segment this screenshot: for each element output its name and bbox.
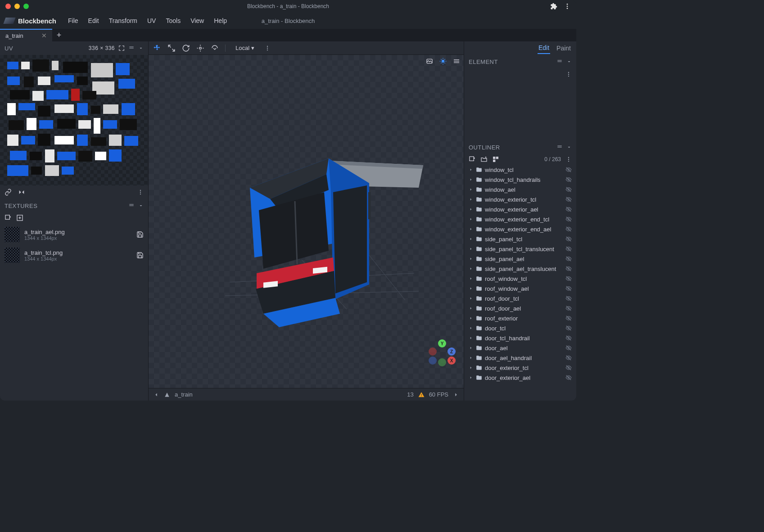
add-group-icon[interactable] <box>480 156 488 163</box>
visibility-icon[interactable] <box>565 216 572 222</box>
visibility-icon[interactable] <box>565 374 572 381</box>
texture-item[interactable]: a_train_tcl.png 1344 x 1344px <box>0 245 148 266</box>
save-icon[interactable] <box>136 252 144 259</box>
create-texture-icon[interactable] <box>16 214 23 222</box>
chevron-left-icon[interactable] <box>153 392 159 398</box>
visibility-icon[interactable] <box>565 256 572 262</box>
chevron-right-icon[interactable] <box>469 207 473 212</box>
menu-view[interactable]: View <box>186 15 208 27</box>
chevron-right-icon[interactable] <box>469 217 473 221</box>
chevron-right-icon[interactable] <box>469 227 473 231</box>
chevron-right-icon[interactable] <box>469 266 473 271</box>
chevron-down-icon[interactable] <box>138 203 144 208</box>
warning-icon[interactable] <box>418 392 425 398</box>
outliner-item[interactable]: window_exterior_end_tcl <box>464 214 576 224</box>
orientation-gizmo[interactable]: Y Z X <box>429 339 456 366</box>
chevron-right-icon[interactable] <box>469 306 473 311</box>
add-cube-icon[interactable] <box>469 156 476 163</box>
outliner-item[interactable]: side_panel_tcl_translucent <box>464 244 576 254</box>
transform-space-dropdown[interactable]: Local ▾ <box>232 44 258 52</box>
outliner-item[interactable]: window_ael <box>464 185 576 194</box>
uv-editor[interactable] <box>0 55 148 185</box>
chevron-right-icon[interactable] <box>469 296 473 301</box>
link-icon[interactable] <box>5 189 12 196</box>
visibility-icon[interactable] <box>565 345 572 351</box>
visibility-icon[interactable] <box>565 275 572 282</box>
visibility-icon[interactable] <box>565 295 572 302</box>
import-texture-icon[interactable] <box>5 214 12 222</box>
move-tool-icon[interactable] <box>153 44 161 52</box>
chevron-right-icon[interactable] <box>469 365 473 370</box>
mode-paint[interactable]: Paint <box>556 43 572 54</box>
app-logo[interactable]: Blockbench <box>5 17 56 25</box>
visibility-icon[interactable] <box>565 236 572 242</box>
overflow-icon[interactable] <box>565 156 572 162</box>
save-icon[interactable] <box>136 231 144 238</box>
screenshot-icon[interactable] <box>426 58 433 65</box>
mode-edit[interactable]: Edit <box>538 42 550 54</box>
document-tab[interactable]: a_train ✕ <box>0 29 52 41</box>
chevron-down-icon[interactable] <box>566 59 572 64</box>
pivot-tool-icon[interactable] <box>196 44 204 52</box>
visibility-icon[interactable] <box>565 167 572 173</box>
minimize-button[interactable] <box>14 4 20 9</box>
texture-item[interactable]: a_train_ael.png 1344 x 1344px <box>0 224 148 245</box>
chevron-down-icon[interactable] <box>138 45 144 51</box>
chevron-right-icon[interactable] <box>469 316 473 320</box>
chevron-right-icon[interactable] <box>469 356 473 360</box>
visibility-icon[interactable] <box>565 206 572 212</box>
outliner-item[interactable]: door_tcl_handrail <box>464 333 576 343</box>
menu-uv[interactable]: UV <box>143 15 160 27</box>
menu-overflow-icon[interactable] <box>564 3 571 10</box>
visibility-icon[interactable] <box>565 325 572 331</box>
outliner-item[interactable]: door_exterior_tcl <box>464 363 576 373</box>
outliner-item[interactable]: window_tcl_handrails <box>464 175 576 185</box>
shading-icon[interactable] <box>439 58 447 65</box>
chevron-right-icon[interactable] <box>469 247 473 251</box>
chevron-right-icon[interactable] <box>469 286 473 291</box>
outliner-item[interactable]: roof_window_ael <box>464 284 576 293</box>
visibility-icon[interactable] <box>565 196 572 203</box>
chevron-right-icon[interactable] <box>469 326 473 330</box>
visibility-icon[interactable] <box>565 186 572 193</box>
chevron-right-icon[interactable] <box>453 392 459 398</box>
visibility-icon[interactable] <box>565 315 572 321</box>
close-tab-icon[interactable]: ✕ <box>41 32 47 39</box>
chevron-right-icon[interactable] <box>469 257 473 261</box>
outliner-item[interactable]: side_panel_ael <box>464 254 576 264</box>
resize-tool-icon[interactable] <box>167 44 176 52</box>
panel-menu-icon[interactable] <box>128 203 135 209</box>
chevron-right-icon[interactable] <box>469 187 473 192</box>
outliner-item[interactable]: door_ael_handrail <box>464 353 576 363</box>
maximize-button[interactable] <box>23 4 29 9</box>
chevron-right-icon[interactable] <box>469 197 473 202</box>
outliner-item[interactable]: side_panel_ael_translucent <box>464 264 576 274</box>
panel-menu-icon[interactable] <box>128 45 135 51</box>
outliner-item[interactable]: roof_exterior <box>464 313 576 323</box>
visibility-icon[interactable] <box>565 266 572 272</box>
overflow-icon[interactable] <box>137 189 144 195</box>
panel-menu-icon[interactable] <box>556 59 563 65</box>
visibility-icon[interactable] <box>565 285 572 292</box>
chevron-right-icon[interactable] <box>469 167 473 172</box>
chevron-down-icon[interactable] <box>566 144 572 150</box>
visibility-icon[interactable] <box>565 335 572 341</box>
outliner-item[interactable]: door_tcl <box>464 323 576 333</box>
menu-transform[interactable]: Transform <box>104 15 142 27</box>
outliner-item[interactable]: roof_door_tcl <box>464 293 576 303</box>
add-tab-button[interactable]: + <box>52 29 66 41</box>
outliner-item[interactable]: window_exterior_ael <box>464 204 576 214</box>
visibility-icon[interactable] <box>565 226 572 232</box>
3d-viewport[interactable]: Y Z X <box>149 55 464 388</box>
visibility-icon[interactable] <box>565 246 572 252</box>
chevron-right-icon[interactable] <box>469 336 473 340</box>
visibility-icon[interactable] <box>565 176 572 183</box>
outliner-item[interactable]: side_panel_tcl <box>464 234 576 244</box>
outliner-item[interactable]: roof_door_ael <box>464 303 576 313</box>
visibility-icon[interactable] <box>565 365 572 371</box>
menu-tools[interactable]: Tools <box>161 15 185 27</box>
panel-menu-icon[interactable] <box>556 144 563 150</box>
visibility-icon[interactable] <box>565 305 572 311</box>
outliner-item[interactable]: door_exterior_ael <box>464 373 576 383</box>
extension-icon[interactable] <box>550 3 557 10</box>
